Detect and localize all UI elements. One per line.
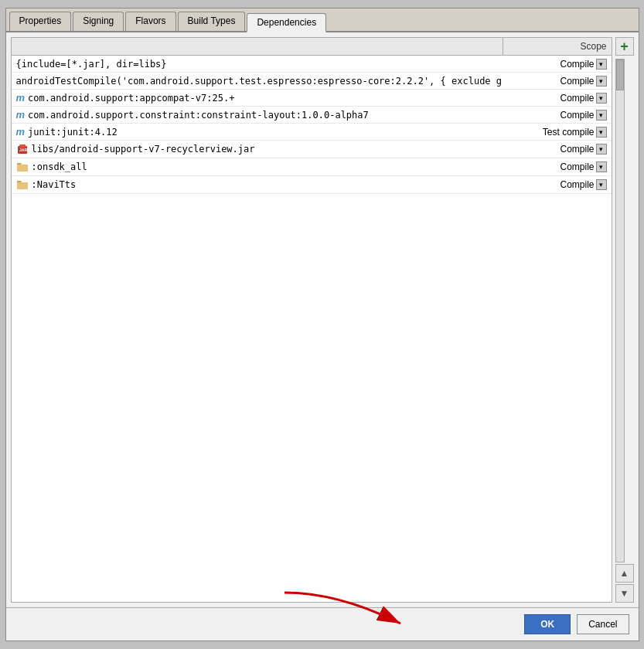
table-row[interactable]: JAR libs/android-support-v7-recyclerview…	[12, 141, 612, 158]
folder-icon	[16, 178, 29, 191]
table-row[interactable]: androidTestCompile('com.android.support.…	[12, 73, 612, 90]
dep-text: m com.android.support:appcompat-v7:25.+	[12, 90, 503, 106]
tab-dependencies[interactable]: Dependencies	[247, 13, 326, 32]
dep-text: m com.android.support.constraint:constra…	[12, 107, 503, 123]
table-row[interactable]: :NaviTts Compile ▾	[12, 176, 612, 194]
ok-button[interactable]: OK	[524, 614, 571, 634]
scope-dropdown[interactable]: ▾	[596, 161, 607, 172]
jar-icon: JAR	[16, 143, 29, 155]
scope-cell: Compile ▾	[503, 73, 612, 89]
maven-icon: m	[16, 126, 26, 138]
content-area: Scope {include=[*.jar], dir=libs} Compil…	[6, 32, 639, 607]
move-up-button[interactable]: ▲	[615, 564, 634, 583]
dependencies-table: Scope {include=[*.jar], dir=libs} Compil…	[11, 37, 612, 603]
tab-flavors[interactable]: Flavors	[125, 12, 175, 31]
scope-cell: Compile ▾	[503, 141, 612, 157]
scope-dropdown[interactable]: ▾	[596, 179, 607, 190]
scope-cell: Compile ▾	[503, 56, 612, 72]
tab-build-types[interactable]: Build Types	[178, 12, 246, 31]
cancel-button[interactable]: Cancel	[577, 614, 629, 634]
table-row[interactable]: {include=[*.jar], dir=libs} Compile ▾	[12, 56, 612, 73]
table-header: Scope	[12, 38, 612, 56]
table-row[interactable]: :onsdk_all Compile ▾	[12, 158, 612, 176]
add-button[interactable]: +	[615, 37, 634, 56]
scope-dropdown[interactable]: ▾	[596, 144, 607, 155]
scope-cell: Compile ▾	[503, 159, 612, 175]
scope-cell: Compile ▾	[503, 90, 612, 106]
scope-header: Scope	[503, 38, 612, 55]
move-down-button[interactable]: ▼	[615, 584, 634, 603]
scope-cell: Compile ▾	[503, 177, 612, 192]
tab-bar: Properties Signing Flavors Build Types D…	[6, 8, 639, 32]
side-buttons: + ▲ ▼	[615, 37, 634, 603]
tab-signing[interactable]: Signing	[73, 12, 124, 31]
dialog: Properties Signing Flavors Build Types D…	[5, 8, 639, 641]
maven-icon: m	[16, 109, 26, 121]
dep-text: androidTestCompile('com.android.support.…	[12, 73, 503, 89]
dependency-header	[12, 38, 503, 55]
tab-properties[interactable]: Properties	[9, 12, 72, 31]
scope-dropdown[interactable]: ▾	[596, 76, 607, 87]
table-row[interactable]: m com.android.support:appcompat-v7:25.+ …	[12, 90, 612, 107]
dep-text: :onsdk_all	[12, 158, 503, 175]
scope-cell: Test compile ▾	[503, 124, 612, 140]
folder-icon	[16, 161, 29, 173]
table-row[interactable]: m com.android.support.constraint:constra…	[12, 107, 612, 124]
table-row[interactable]: m junit:junit:4.12 Test compile ▾	[12, 124, 612, 141]
maven-icon: m	[16, 92, 26, 104]
scope-dropdown[interactable]: ▾	[596, 110, 607, 121]
scope-dropdown[interactable]: ▾	[596, 93, 607, 104]
dep-text: m junit:junit:4.12	[12, 124, 503, 140]
dep-text: {include=[*.jar], dir=libs}	[12, 56, 503, 72]
svg-text:JAR: JAR	[19, 148, 27, 152]
scope-dropdown[interactable]: ▾	[596, 127, 607, 138]
dep-text: :NaviTts	[12, 176, 503, 193]
table-body: {include=[*.jar], dir=libs} Compile ▾ an…	[12, 56, 612, 602]
scope-cell: Compile ▾	[503, 107, 612, 123]
dep-text: JAR libs/android-support-v7-recyclerview…	[12, 141, 503, 158]
scope-dropdown[interactable]: ▾	[596, 59, 607, 70]
bottom-bar: OK Cancel	[6, 607, 639, 641]
